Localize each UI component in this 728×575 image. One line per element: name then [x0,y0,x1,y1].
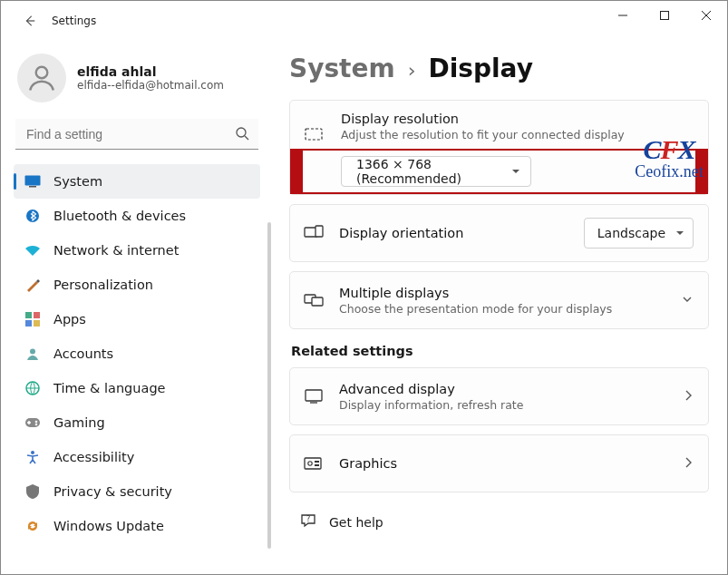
sidebar-item-gaming[interactable]: Gaming [14,405,260,440]
main: System › Display Display resolution Adju… [273,41,727,574]
sidebar-item-privacy[interactable]: Privacy & security [14,474,260,509]
advanced-display-icon [303,389,325,404]
get-help-icon: ? [300,512,316,531]
multiple-displays-subtitle: Choose the presentation mode for your di… [339,302,666,316]
sidebar-item-label: Time & language [53,381,166,395]
svg-rect-22 [315,226,323,237]
graphics-card[interactable]: Graphics [289,434,709,492]
svg-line-6 [245,136,248,140]
search-input[interactable] [15,119,258,150]
sidebar-item-bluetooth[interactable]: Bluetooth & devices [14,199,260,233]
get-help[interactable]: ? Get help [289,502,709,531]
sidebar-item-accounts[interactable]: Accounts [14,336,260,371]
sidebar-item-label: Windows Update [53,519,164,533]
profile-block[interactable]: elfida ahlal elfida--elfida@hotmail.com [14,48,260,115]
maximize-button[interactable] [644,1,685,30]
sidebar-item-apps[interactable]: Apps [14,302,260,336]
related-settings-heading: Related settings [291,344,707,358]
sidebar-item-label: Gaming [53,415,105,430]
advanced-display-subtitle: Display information, refresh rate [339,398,668,412]
sidebar-item-system[interactable]: System [14,164,260,199]
chevron-right-icon [683,456,694,472]
svg-rect-13 [34,320,40,326]
privacy-icon [24,484,41,499]
svg-rect-20 [306,129,322,140]
profile-email: elfida--elfida@hotmail.com [77,79,224,92]
svg-rect-27 [305,458,321,469]
svg-text:?: ? [306,515,310,523]
sidebar-item-label: Network & internet [53,243,179,258]
breadcrumb-parent[interactable]: System [289,54,395,83]
svg-rect-8 [29,186,36,188]
breadcrumb: System › Display [289,54,709,83]
svg-rect-1 [661,12,669,20]
search-icon [235,126,249,143]
display-resolution-card: Display resolution Adjust the resolution… [289,100,709,195]
sidebar-item-windows-update[interactable]: Windows Update [14,509,260,543]
orientation-value: Landscape [597,226,665,240]
time-language-icon [24,381,41,395]
orientation-icon [303,225,325,241]
sidebar-item-label: Apps [53,312,86,326]
svg-rect-12 [25,320,32,326]
resolution-dropdown[interactable]: 1366 × 768 (Recommended) [341,156,531,187]
advanced-display-title: Advanced display [339,382,668,396]
resolution-subtitle: Adjust the resolution to fit your connec… [341,128,694,141]
windows-update-icon [24,519,41,533]
gaming-icon [24,416,41,429]
sidebar-item-network[interactable]: Network & internet [14,233,260,268]
display-orientation-card: Display orientation Landscape [289,204,709,262]
breadcrumb-current: Display [428,54,532,83]
svg-point-4 [36,67,48,79]
svg-rect-24 [312,297,323,306]
avatar [17,54,66,102]
svg-point-28 [308,462,312,465]
orientation-title: Display orientation [339,226,569,240]
search-box[interactable] [15,119,258,150]
sidebar-item-label: Accounts [53,346,113,361]
system-icon [24,175,41,188]
svg-rect-7 [25,176,41,186]
profile-name: elfida ahlal [77,64,224,79]
back-button[interactable] [15,6,44,35]
svg-rect-25 [306,390,322,401]
resolution-title: Display resolution [341,112,694,126]
close-button[interactable] [685,1,727,30]
personalization-icon [24,278,41,292]
resolution-highlight: 1366 × 768 (Recommended) [290,149,708,194]
sidebar-scrollbar[interactable] [267,222,271,549]
svg-rect-29 [315,461,319,463]
minimize-button[interactable] [602,1,644,30]
svg-rect-11 [34,312,40,318]
orientation-dropdown[interactable]: Landscape [584,218,694,249]
advanced-display-card[interactable]: Advanced display Display information, re… [289,367,709,425]
sidebar-item-accessibility[interactable]: Accessibility [14,440,260,474]
chevron-right-icon [683,389,694,404]
svg-rect-30 [315,464,319,466]
titlebar: Settings [1,1,727,41]
get-help-label: Get help [329,515,383,530]
app-title: Settings [52,15,96,27]
sidebar-item-label: Privacy & security [53,484,172,499]
sidebar: elfida ahlal elfida--elfida@hotmail.com … [1,41,273,574]
accessibility-icon [24,450,41,464]
sidebar-item-label: System [53,174,102,189]
multiple-displays-icon [303,292,325,308]
accounts-icon [24,346,41,361]
graphics-icon [303,456,325,471]
sidebar-item-personalization[interactable]: Personalization [14,268,260,302]
apps-icon [24,312,41,326]
sidebar-item-label: Personalization [53,278,153,292]
svg-point-5 [237,128,246,137]
multiple-displays-title: Multiple displays [339,286,666,300]
sidebar-item-label: Bluetooth & devices [53,209,186,223]
resolution-icon [305,128,323,145]
svg-point-18 [35,424,38,426]
network-icon [24,244,41,257]
bluetooth-icon [24,209,41,223]
multiple-displays-card[interactable]: Multiple displays Choose the presentatio… [289,271,709,329]
nav: System Bluetooth & devices Network & int… [14,164,260,543]
svg-point-17 [35,421,38,424]
sidebar-item-time-language[interactable]: Time & language [14,371,260,405]
svg-point-19 [31,451,34,454]
